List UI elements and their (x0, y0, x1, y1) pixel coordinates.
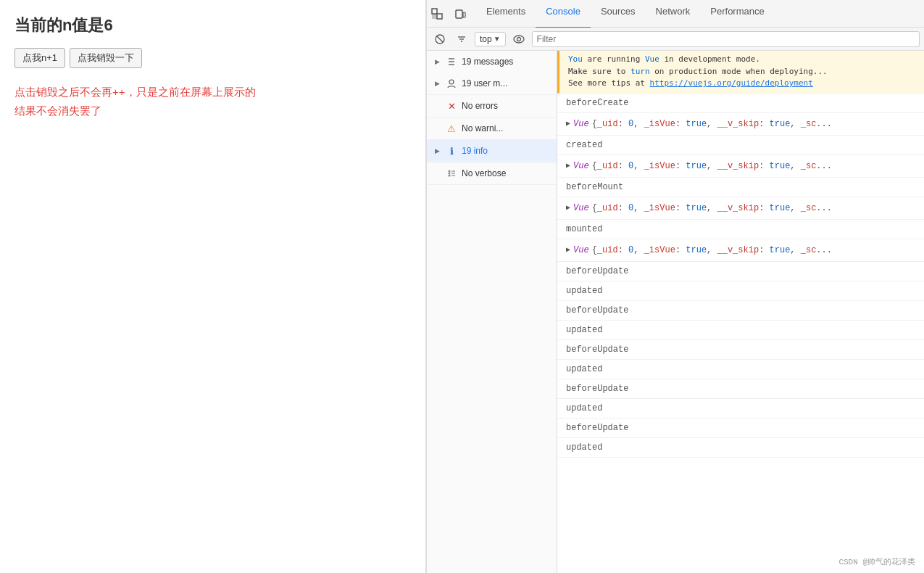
inspect-icon[interactable] (427, 4, 447, 24)
live-expressions-icon[interactable] (510, 30, 528, 48)
devtools-tabs: Elements Console Sources Network Perform… (427, 0, 924, 28)
device-toolbar-icon[interactable] (450, 4, 470, 24)
svg-point-10 (514, 36, 524, 43)
sidebar-item-errors[interactable]: ✕ No errors (427, 95, 557, 117)
info-label: 19 info (462, 146, 551, 156)
description: 点击销毁之后不会再++，只是之前在屏幕上展示的 结果不会消失罢了 (14, 83, 411, 120)
sidebar-item-messages[interactable]: ▶ 19 messages (427, 51, 557, 73)
vue-obj-text: {_uid: 0, _isVue: true, __v_skip: true, … (592, 244, 832, 257)
tab-elements[interactable]: Elements (476, 0, 536, 28)
sidebar-item-info[interactable]: ▶ ℹ 19 info (427, 140, 557, 162)
vue-obj: ▶ Vue {_uid: 0, _isVue: true, __v_skip: … (566, 116, 915, 132)
vue-obj-text: {_uid: 0, _isVue: true, __v_skip: true, … (592, 202, 832, 215)
svg-rect-0 (432, 9, 437, 14)
expand-icon: ▶ (433, 79, 441, 88)
lifecycle-label: mounted (566, 224, 602, 234)
error-icon: ✕ (446, 100, 457, 112)
vue-obj: ▶ Vue {_uid: 0, _isVue: true, __v_skip: … (566, 242, 915, 258)
log-entry-vue-obj-4: ▶ Vue {_uid: 0, _isVue: true, __v_skip: … (557, 239, 924, 262)
no-expand-spacer (433, 169, 441, 178)
log-entry-updated-5: updated (557, 438, 924, 458)
lifecycle-label: beforeUpdate (566, 423, 628, 433)
log-entry-vue-dev: You are running Vue in development mode.… (557, 51, 924, 94)
devtools-panel: Elements Console Sources Network Perform… (426, 0, 924, 573)
sidebar-item-warnings[interactable]: ⚠ No warni... (427, 118, 557, 139)
console-log[interactable]: You are running Vue in development mode.… (557, 51, 924, 573)
errors-label: No errors (462, 101, 551, 111)
increment-button[interactable]: 点我n+1 (14, 48, 65, 68)
sidebar-item-verbose[interactable]: No verbose (427, 162, 557, 184)
sidebar-group-info: ▶ ℹ 19 info (427, 140, 557, 162)
svg-rect-2 (432, 14, 437, 19)
svg-point-15 (449, 80, 454, 84)
vue-obj: ▶ Vue {_uid: 0, _isVue: true, __v_skip: … (566, 158, 915, 174)
log-entry-updated-1: updated (557, 281, 924, 301)
log-entry-updated-4: updated (557, 399, 924, 419)
svg-rect-3 (456, 10, 462, 18)
expand-arrow[interactable]: ▶ (566, 118, 570, 129)
expand-arrow[interactable]: ▶ (566, 160, 570, 171)
log-entry-mounted: mounted (557, 220, 924, 239)
left-panel: 当前的n值是6 点我n+1 点我销毁一下 点击销毁之后不会再++，只是之前在屏幕… (0, 0, 426, 573)
svg-point-11 (517, 37, 520, 41)
svg-line-6 (437, 36, 443, 42)
tab-sources[interactable]: Sources (591, 0, 646, 28)
info-icon: ℹ (446, 145, 457, 157)
warning-icon: ⚠ (446, 123, 457, 134)
log-entry-vue-obj-3: ▶ Vue {_uid: 0, _isVue: true, __v_skip: … (557, 197, 924, 220)
vue-dev-line3: See more tips at https://vuejs.org/guide… (568, 78, 813, 88)
vue-dev-line2: Make sure to turn on production mode whe… (568, 67, 828, 76)
log-entry-updated-2: updated (557, 321, 924, 340)
log-entry-beforeUpdate-4: beforeUpdate (557, 379, 924, 399)
vue-keyword: Vue (573, 202, 589, 215)
vue-keyword: Vue (573, 118, 589, 131)
lifecycle-label: beforeMount (566, 182, 623, 192)
log-entry-beforeUpdate-5: beforeUpdate (557, 419, 924, 438)
devtools-toolbar-icons (427, 0, 470, 27)
log-entry-beforeUpdate-3: beforeUpdate (557, 340, 924, 360)
sidebar-item-user-messages[interactable]: ▶ 19 user m... (427, 73, 557, 94)
clear-console-icon[interactable] (431, 30, 449, 48)
destroy-button[interactable]: 点我销毁一下 (70, 48, 142, 68)
tab-performance[interactable]: Performance (700, 0, 774, 28)
expand-icon: ▶ (433, 57, 441, 66)
filter-input[interactable] (532, 31, 920, 47)
no-expand-spacer (433, 102, 441, 110)
svg-point-16 (449, 170, 451, 173)
sidebar-group-errors: ✕ No errors (427, 95, 557, 118)
lifecycle-label: updated (566, 325, 602, 335)
vue-obj-text: {_uid: 0, _isVue: true, __v_skip: true, … (592, 160, 832, 173)
lifecycle-label: updated (566, 364, 602, 374)
tab-console[interactable]: Console (536, 0, 591, 28)
svg-rect-1 (437, 14, 442, 19)
vue-tips-link[interactable]: https://vuejs.org/guide/deployment (650, 78, 813, 88)
messages-label: 19 messages (462, 57, 551, 67)
user-messages-label: 19 user m... (462, 78, 551, 88)
expand-arrow[interactable]: ▶ (566, 202, 570, 213)
description-line2: 结果不会消失罢了 (14, 102, 411, 120)
lifecycle-label: updated (566, 403, 602, 413)
list-icon (446, 56, 457, 67)
vue-obj-text: {_uid: 0, _isVue: true, __v_skip: true, … (592, 118, 832, 131)
context-selector-label: top (480, 34, 492, 44)
context-selector[interactable]: top ▼ (475, 32, 506, 46)
vue-dev-line1: You are running Vue in development mode. (568, 54, 760, 64)
vue-keyword: Vue (573, 244, 589, 257)
lifecycle-label: beforeUpdate (566, 345, 628, 355)
console-toolbar: top ▼ (427, 28, 924, 51)
no-expand-spacer (433, 124, 441, 133)
log-entry-beforeCreate: beforeCreate (557, 94, 924, 113)
sidebar-group-verbose: No verbose (427, 162, 557, 185)
button-row: 点我n+1 点我销毁一下 (14, 48, 411, 68)
svg-rect-4 (463, 12, 465, 17)
log-entry-beforeUpdate-1: beforeUpdate (557, 262, 924, 281)
tab-network[interactable]: Network (646, 0, 701, 28)
log-entry-vue-obj-2: ▶ Vue {_uid: 0, _isVue: true, __v_skip: … (557, 155, 924, 178)
watermark: CSDN @帅气的花泽类 (838, 556, 915, 567)
expand-arrow[interactable]: ▶ (566, 244, 570, 255)
log-entry-updated-3: updated (557, 360, 924, 379)
lifecycle-label: beforeUpdate (566, 266, 628, 276)
svg-point-18 (449, 175, 451, 177)
sidebar-group-messages: ▶ 19 messages ▶ 19 user m... (427, 51, 557, 95)
filter-icon[interactable] (453, 30, 470, 48)
